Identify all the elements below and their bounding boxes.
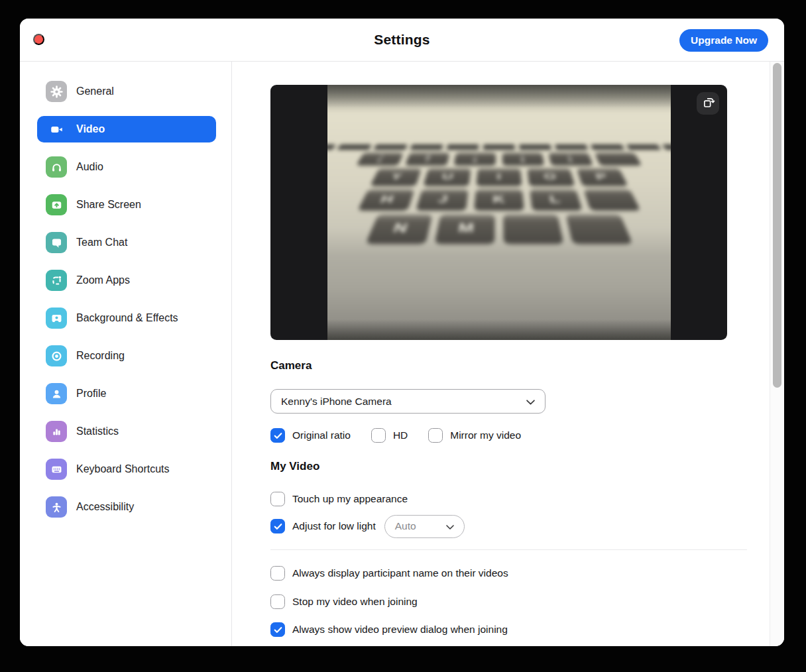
scrollbar-thumb[interactable] [773,63,781,388]
checkbox-label: Adjust for low light [292,520,376,532]
section-divider [270,549,747,550]
camera-feed-keyboard-photo: ^ 6& 7* 8( 9) 0- _YUIOPHJKLNM [327,85,671,340]
low-light-mode-select[interactable]: Auto [384,515,465,538]
checkbox-touch-up-appearance[interactable]: Touch up my appearance [270,492,408,506]
camera-device-value: Kenny's iPhone Camera [281,396,392,408]
low-light-row: Adjust for low light Auto [270,514,465,538]
checkbox-label: Original ratio [292,429,351,441]
camera-options-row: Original ratio HD Mirror my video [270,427,542,444]
low-light-mode-value: Auto [395,520,416,532]
checkbox-label: Always display participant name on their… [292,567,508,579]
scrollbar-track[interactable] [770,62,784,646]
rotate-video-button[interactable] [697,92,719,115]
rotate-icon [701,95,715,111]
title-bar: Settings Upgrade Now [20,19,784,62]
checkbox-original-ratio[interactable]: Original ratio [270,428,351,443]
camera-heading: Camera [270,359,312,372]
window-title: Settings [20,32,784,48]
checkbox[interactable] [428,428,443,443]
checkbox[interactable] [270,519,285,533]
participant-name-row: Always display participant name on their… [270,565,529,582]
checkbox-stop-my-video[interactable]: Stop my video when joining [270,594,418,609]
checkbox-always-display-participant-name[interactable]: Always display participant name on their… [270,566,508,581]
camera-device-select[interactable]: Kenny's iPhone Camera [270,389,546,414]
my-video-heading: My Video [270,460,319,473]
checkbox[interactable] [270,566,285,581]
checkbox-label: Mirror my video [450,429,521,441]
settings-window: Settings Upgrade Now General Video Audio [20,19,784,646]
chevron-down-icon [526,396,535,408]
chevron-down-icon [446,520,454,532]
checkbox-label: Touch up my appearance [292,493,408,505]
video-preview: ^ 6& 7* 8( 9) 0- _YUIOPHJKLNM [270,85,727,340]
touch-up-row: Touch up my appearance [270,490,428,508]
checkbox[interactable] [270,492,285,506]
checkbox-label: HD [393,429,408,441]
video-preview-dialog-row: Always show video preview dialog when jo… [270,621,528,638]
checkbox-always-show-video-preview[interactable]: Always show video preview dialog when jo… [270,622,508,637]
upgrade-now-button[interactable]: Upgrade Now [679,29,768,52]
video-settings-panel: ^ 6& 7* 8( 9) 0- _YUIOPHJKLNM Camera Ken… [20,62,784,646]
checkbox[interactable] [270,594,285,609]
checkbox-label: Stop my video when joining [292,596,418,608]
stop-video-row: Stop my video when joining [270,593,438,610]
checkbox-hd[interactable]: HD [371,428,408,443]
checkbox-adjust-low-light[interactable]: Adjust for low light [270,519,376,533]
checkbox[interactable] [270,428,285,443]
checkbox-mirror-my-video[interactable]: Mirror my video [428,428,521,443]
checkbox[interactable] [371,428,386,443]
checkbox[interactable] [270,622,285,637]
checkbox-label: Always show video preview dialog when jo… [292,624,508,636]
